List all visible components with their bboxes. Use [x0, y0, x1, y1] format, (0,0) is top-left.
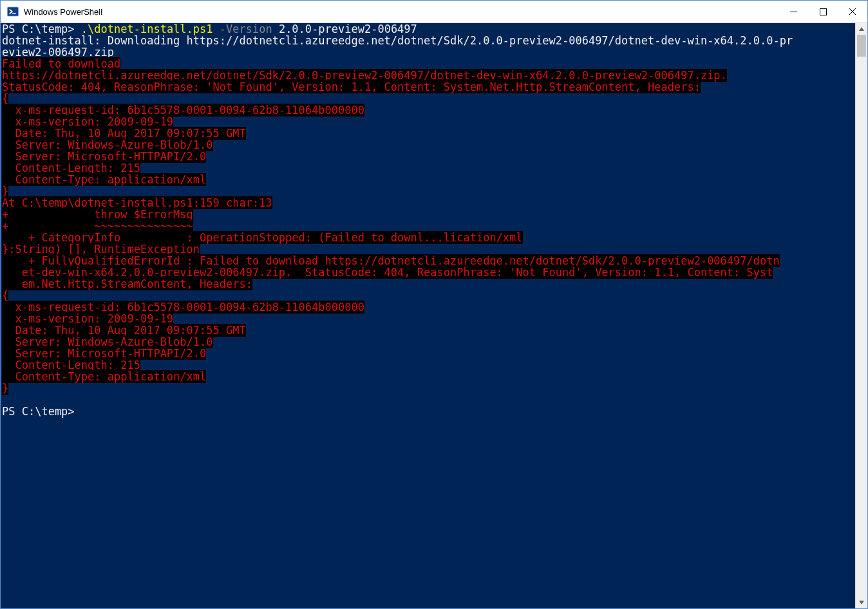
error-line: x-ms-version: 2009-09-19: [2, 115, 173, 128]
error-line: }: [2, 382, 8, 395]
error-line: {: [2, 92, 8, 105]
output-line: eview2-006497.zip: [2, 46, 855, 58]
error-line: At C:\temp\dotnet-install.ps1:159 char:1…: [2, 196, 272, 209]
powershell-icon: [7, 6, 19, 17]
prompt-prefix: PS C:\temp>: [2, 406, 855, 417]
error-line: Content-Type: application/xml: [2, 173, 206, 186]
scroll-up-button[interactable]: [856, 23, 867, 35]
error-line: Content-Length: 215: [2, 359, 140, 371]
output-line: dotnet-install: Downloading https://dotn…: [2, 35, 855, 46]
error-line: {: [2, 289, 8, 302]
error-line: x-ms-request-id: 6b1c5578-0001-0094-62b8…: [2, 104, 364, 117]
close-button[interactable]: [838, 1, 867, 23]
error-line: StatusCode: 404, ReasonPhrase: 'Not Foun…: [2, 80, 701, 93]
titlebar[interactable]: Windows PowerShell: [1, 1, 867, 23]
error-line: em.Net.Http.StreamContent, Headers:: [2, 277, 252, 290]
svg-rect-0: [8, 7, 19, 16]
error-line: Date: Thu, 10 Aug 2017 09:07:55 GMT: [2, 324, 246, 337]
error-line: Server: Windows-Azure-Blob/1.0: [2, 138, 213, 151]
error-line: + CategoryInfo : OperationStopped: (Fail…: [2, 231, 523, 244]
scroll-down-button[interactable]: [856, 597, 867, 608]
error-line: Date: Thu, 10 Aug 2017 09:07:55 GMT: [2, 127, 246, 140]
error-line: Server: Windows-Azure-Blob/1.0: [2, 335, 213, 348]
svg-rect-3: [820, 8, 826, 15]
error-line: + ~~~~~~~~~~~~~~~: [2, 220, 193, 232]
maximize-button[interactable]: [808, 1, 838, 23]
console-area-wrap: PS C:\temp> .\dotnet-install.ps1 -Versio…: [1, 23, 867, 608]
error-line: https://dotnetcli.azureedge.net/dotnet/S…: [2, 69, 727, 82]
error-line: }: [2, 185, 8, 198]
error-line: x-ms-version: 2009-09-19: [2, 312, 173, 325]
error-line: Failed to download: [2, 57, 120, 70]
minimize-button[interactable]: [778, 1, 808, 23]
error-line: Server: Microsoft-HTTPAPI/2.0: [2, 347, 206, 360]
powershell-window: Windows PowerShell PS C:\temp> .\dotnet-…: [0, 0, 868, 609]
error-line: et-dev-win-x64.2.0.0-preview2-006497.zip…: [2, 266, 773, 279]
error-line: Server: Microsoft-HTTPAPI/2.0: [2, 150, 206, 163]
console-output[interactable]: PS C:\temp> .\dotnet-install.ps1 -Versio…: [1, 23, 855, 608]
error-line: x-ms-request-id: 6b1c5578-0001-0094-62b8…: [2, 301, 364, 314]
error-line: Content-Length: 215: [2, 162, 140, 174]
error-line: + throw $ErrorMsg: [2, 208, 193, 221]
error-line: }:String) [], RuntimeException: [2, 243, 200, 256]
scroll-thumb[interactable]: [857, 35, 866, 57]
error-line: Content-Type: application/xml: [2, 370, 206, 383]
vertical-scrollbar[interactable]: [855, 23, 867, 608]
error-line: + FullyQualifiedErrorId : Failed to down…: [2, 254, 780, 267]
window-title: Windows PowerShell: [24, 7, 102, 17]
